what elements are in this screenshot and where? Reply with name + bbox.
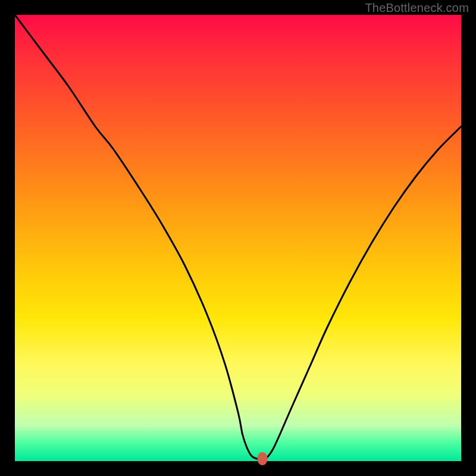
watermark-text: TheBottleneck.com — [365, 1, 469, 15]
min-marker — [258, 452, 268, 465]
curve-svg — [15, 15, 461, 461]
chart-frame: TheBottleneck.com — [0, 0, 476, 476]
plot-area — [15, 15, 461, 461]
bottleneck-curve — [15, 15, 461, 461]
